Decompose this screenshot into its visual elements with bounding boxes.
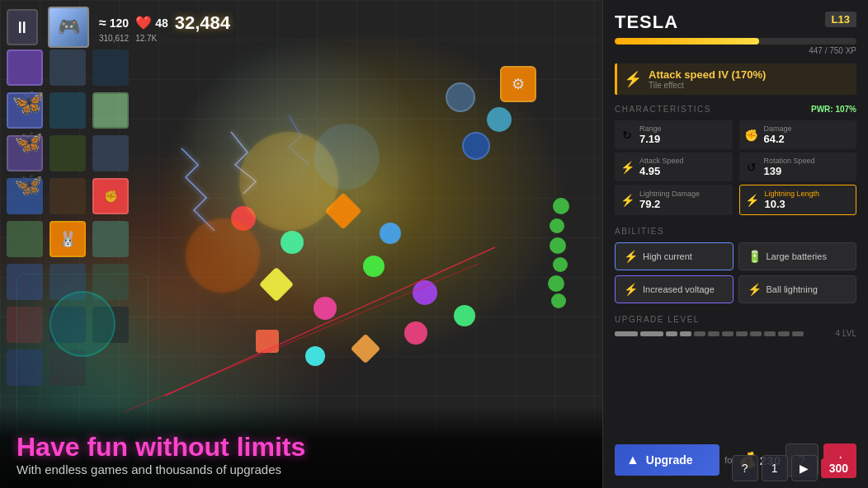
- high-current-label: High current: [643, 251, 692, 261]
- stat-range: ↻ Range 7.19: [615, 120, 733, 149]
- tower-level: L13: [825, 12, 856, 27]
- upgrade-arrow-icon: ▲: [626, 453, 639, 467]
- upgrade-dot-2: [640, 331, 663, 336]
- wave-stat: ≈ 120: [99, 16, 129, 30]
- lives-icon: ❤️: [135, 15, 152, 30]
- ability-high-current[interactable]: ⚡ High current: [615, 242, 734, 270]
- upgrade-level-title: UPGRADE LEVEL: [615, 315, 856, 324]
- banner-title: Have fun without limits: [17, 432, 586, 462]
- tile-effect-name: Attack speed IV (170%): [649, 68, 766, 81]
- upgrade-dot-12: [792, 331, 804, 336]
- right-panel: TESLA L13 447 / 750 XP ⚡ Attack speed IV…: [602, 0, 868, 488]
- xp-bar-fill: [615, 38, 759, 45]
- tile-effect-label: Tile effect: [649, 81, 766, 90]
- voltage-label: Increased voltage: [643, 284, 715, 294]
- stat-attack-speed: ⚡ Attack speed 4.95: [615, 152, 733, 181]
- stat-lightning-damage: ⚡ Lightning damage 79.2: [615, 185, 733, 215]
- ball-lightning-label: Ball lightning: [767, 284, 818, 294]
- svg-line-0: [165, 247, 495, 396]
- pause-icon: ⏸: [14, 18, 31, 37]
- range-icon: ↻: [620, 129, 634, 142]
- upgrade-dot-11: [778, 331, 790, 336]
- lightning-damage-icon: ⚡: [620, 194, 634, 207]
- upgrade-button[interactable]: ▲ Upgrade: [615, 444, 719, 476]
- abilities-title: ABILITIES: [615, 227, 856, 236]
- svg-point-4: [314, 124, 380, 190]
- upgrade-dot-9: [750, 331, 762, 336]
- game-area: 🐰 ✊: [0, 0, 602, 488]
- bottom-banner: Have fun without limits With endless gam…: [0, 406, 602, 488]
- mini-icon-1[interactable]: ?: [732, 455, 758, 481]
- stat-lightning-length: ⚡ Lightning length 10.3: [739, 185, 857, 215]
- abilities-grid: ⚡ High current 🔋 Large batteries ⚡ Incre…: [615, 242, 856, 303]
- tile-effect-row: ⚡ Attack speed IV (170%) Tile effect: [615, 63, 856, 95]
- damage-icon: ✊: [744, 129, 759, 142]
- stats-grid: ↻ Range 7.19 ✊ Damage 64.2 ⚡ Attack spee…: [615, 120, 856, 215]
- rotation-icon: ↺: [744, 161, 759, 174]
- xp-text: 447 / 750 XP: [615, 46, 856, 55]
- score-display: 32,484: [175, 12, 230, 34]
- characteristics-title: CHARACTERISTICS: [615, 105, 711, 114]
- red-value-label: 300: [829, 462, 848, 475]
- banner-subtitle: With endless games and thousands of upgr…: [17, 462, 586, 476]
- mini-icon-3[interactable]: ▶: [791, 455, 818, 481]
- lightning-length-icon: ⚡: [745, 194, 760, 207]
- upgrade-dot-10: [764, 331, 776, 336]
- ball-lightning-icon: ⚡: [748, 283, 762, 296]
- upgrade-dot-6: [708, 331, 719, 336]
- tile-effect-icon: ⚡: [624, 70, 642, 88]
- mini-icon-3-label: ▶: [800, 462, 809, 475]
- abilities-section: ABILITIES ⚡ High current 🔋 Large batteri…: [615, 227, 856, 303]
- wave-icon: ≈: [99, 16, 106, 30]
- currency-display: 310,612: [99, 34, 129, 43]
- large-batteries-icon: 🔋: [748, 250, 762, 263]
- tower-header: TESLA L13: [615, 12, 856, 33]
- lives-stat: ❤️ 48: [135, 15, 168, 30]
- pause-button[interactable]: ⏸: [7, 9, 38, 45]
- player-avatar: 🎮: [48, 7, 89, 48]
- attack-speed-icon: ⚡: [620, 161, 634, 174]
- mdps-display: 12.7K: [135, 34, 157, 43]
- upgrade-dot-4: [680, 331, 691, 336]
- tile-effect-info: Attack speed IV (170%) Tile effect: [649, 68, 766, 90]
- pwr-badge: PWR: 107%: [811, 105, 856, 114]
- stat-damage: ✊ Damage 64.2: [739, 120, 857, 149]
- characteristics-header: CHARACTERISTICS PWR: 107%: [615, 105, 856, 114]
- large-batteries-label: Large batteries: [767, 251, 827, 261]
- ability-ball-lightning[interactable]: ⚡ Ball lightning: [738, 275, 857, 303]
- upgrade-dot-5: [694, 331, 705, 336]
- bottom-right-actions: ? 1 ▶ 300: [732, 455, 856, 481]
- high-current-icon: ⚡: [624, 250, 638, 263]
- mini-icon-2-label: 1: [771, 462, 778, 475]
- mini-icon-1-label: ?: [742, 462, 748, 475]
- upgrade-dot-7: [722, 331, 734, 336]
- red-value-btn[interactable]: 300: [821, 458, 856, 478]
- stat-rotation-speed: ↺ Rotation speed 139: [739, 152, 857, 181]
- ability-increased-voltage[interactable]: ⚡ Increased voltage: [615, 275, 734, 303]
- upgrade-level-label: 4 LVL: [836, 329, 856, 338]
- hud-stats: ≈ 120 ❤️ 48 32,484 310,612 12.7K: [99, 12, 230, 43]
- xp-bar: [615, 38, 856, 45]
- upgrade-level-section: UPGRADE LEVEL 4 LVL: [615, 315, 856, 340]
- hud-top: ⏸ 🎮 ≈ 120 ❤️ 48 32,484 310,612 12.7K: [7, 7, 230, 48]
- ability-large-batteries[interactable]: 🔋 Large batteries: [738, 242, 857, 270]
- upgrade-dot-3: [666, 331, 677, 336]
- upgrade-dot-8: [736, 331, 748, 336]
- voltage-icon: ⚡: [624, 283, 638, 296]
- mini-icon-2[interactable]: 1: [762, 455, 788, 481]
- tower-name: TESLA: [615, 12, 678, 33]
- upgrade-dot-1: [615, 331, 638, 336]
